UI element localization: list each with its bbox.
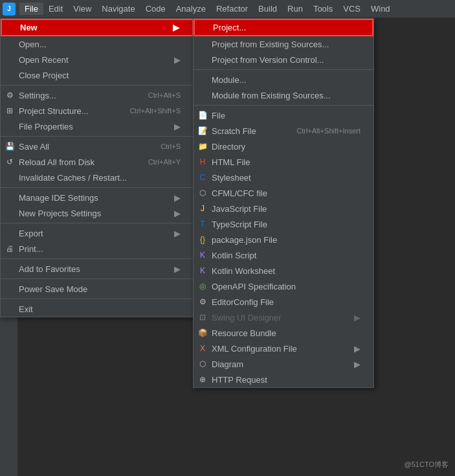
http-label: HTTP Request bbox=[212, 375, 267, 385]
menubar-code[interactable]: Code bbox=[140, 3, 171, 15]
new-submenu-editorconfig[interactable]: ⚙ EditorConfig File bbox=[194, 294, 373, 310]
new-submenu-diagram[interactable]: ⬡ Diagram ▶ bbox=[194, 356, 373, 372]
project-label: Project... bbox=[213, 23, 246, 32]
separator-1 bbox=[1, 85, 194, 85]
new-submenu-http[interactable]: ⊕ HTTP Request bbox=[194, 372, 373, 387]
new-submenu-module[interactable]: Module... bbox=[194, 72, 373, 87]
menu-item-close-project[interactable]: Close Project bbox=[1, 67, 194, 83]
resource-icon: 📦 bbox=[197, 328, 208, 338]
new-submenu-kotlin-worksheet[interactable]: K Kotlin Worksheet bbox=[194, 263, 373, 278]
menubar-tools[interactable]: Tools bbox=[308, 3, 338, 15]
diagram-arrow: ▶ bbox=[354, 359, 361, 369]
new-submenu-project-vcs[interactable]: Project from Version Control... bbox=[194, 52, 373, 67]
menubar-wind[interactable]: Wind bbox=[366, 3, 395, 15]
menu-item-exit[interactable]: Exit bbox=[1, 301, 194, 317]
menu-item-export[interactable]: Export ▶ bbox=[1, 225, 194, 241]
menu-item-file-properties[interactable]: File Properties ▶ bbox=[1, 119, 194, 134]
menubar: J File Edit View Navigate Code Analyze R… bbox=[0, 0, 455, 18]
menu-item-reload[interactable]: ↺ Reload All from Disk Ctrl+Alt+Y bbox=[1, 154, 194, 170]
open-recent-label: Open Recent bbox=[19, 55, 69, 65]
dropdown-container: New ▶ Open... Open Recent ▶ Close Projec… bbox=[0, 18, 194, 317]
settings-shortcut: Ctrl+Alt+S bbox=[135, 91, 181, 99]
new-submenu-resource[interactable]: 📦 Resource Bundle bbox=[194, 325, 373, 341]
menu-item-add-favorites[interactable]: Add to Favorites ▶ bbox=[1, 261, 194, 277]
new-submenu-package-json[interactable]: {} package.json File bbox=[194, 232, 373, 247]
module-existing-label: Module from Existing Sources... bbox=[212, 91, 331, 100]
menubar-navigate[interactable]: Navigate bbox=[96, 3, 140, 15]
editorconfig-icon: ⚙ bbox=[197, 297, 208, 307]
new-submenu-scratch[interactable]: 📝 Scratch File Ctrl+Alt+Shift+Insert bbox=[194, 123, 373, 139]
menu-item-power-save[interactable]: Power Save Mode bbox=[1, 281, 194, 297]
kotlin-worksheet-label: Kotlin Worksheet bbox=[212, 266, 275, 276]
watermark-text: @51CTO博客 bbox=[405, 460, 449, 468]
file-properties-arrow: ▶ bbox=[174, 122, 181, 131]
new-submenu: Project... Project from Existing Sources… bbox=[193, 18, 374, 388]
menu-item-new[interactable]: New ▶ bbox=[1, 19, 194, 36]
menubar-analyze[interactable]: Analyze bbox=[171, 3, 211, 15]
swing-icon: ⊡ bbox=[197, 312, 208, 323]
menubar-vcs[interactable]: VCS bbox=[338, 3, 366, 15]
new-submenu-typescript[interactable]: T TypeScript File bbox=[194, 216, 373, 232]
menu-item-open-recent[interactable]: Open Recent ▶ bbox=[1, 52, 194, 67]
typescript-label: TypeScript File bbox=[212, 220, 267, 229]
menubar-build[interactable]: Build bbox=[253, 3, 282, 15]
css-icon: C bbox=[197, 172, 208, 183]
invalidate-label: Invalidate Caches / Restart... bbox=[19, 173, 127, 183]
power-save-label: Power Save Mode bbox=[19, 284, 87, 294]
diagram-label: Diagram bbox=[212, 359, 243, 369]
new-submenu-project-existing[interactable]: Project from Existing Sources... bbox=[194, 36, 373, 52]
json-icon: {} bbox=[197, 234, 208, 245]
add-favorites-label: Add to Favorites bbox=[19, 264, 80, 274]
directory-label: Directory bbox=[212, 142, 245, 152]
menubar-refactor[interactable]: Refactor bbox=[211, 3, 253, 15]
swing-arrow: ▶ bbox=[354, 313, 361, 323]
separator-2 bbox=[1, 136, 194, 137]
html-icon: H bbox=[197, 157, 208, 167]
menubar-edit[interactable]: Edit bbox=[43, 3, 68, 15]
menu-item-save-all[interactable]: 💾 Save All Ctrl+S bbox=[1, 139, 194, 154]
menubar-file[interactable]: File bbox=[19, 3, 43, 15]
export-label: Export bbox=[19, 229, 43, 238]
close-project-label: Close Project bbox=[19, 71, 69, 80]
new-submenu-xml-config[interactable]: X XML Configuration File ▶ bbox=[194, 341, 373, 356]
menu-item-new-projects[interactable]: New Projects Settings ▶ bbox=[1, 205, 194, 221]
package-json-label: package.json File bbox=[212, 235, 277, 245]
editorconfig-label: EditorConfig File bbox=[212, 297, 274, 307]
new-submenu-directory[interactable]: 📁 Directory bbox=[194, 139, 373, 154]
new-submenu-javascript[interactable]: J JavaScript File bbox=[194, 201, 373, 216]
xml-arrow: ▶ bbox=[354, 344, 361, 354]
file-icon: 📄 bbox=[197, 110, 208, 120]
cfml-label: CFML/CFC file bbox=[212, 188, 267, 198]
new-submenu-openapi[interactable]: ◎ OpenAPI Specification bbox=[194, 278, 373, 294]
project-structure-label: Project Structure... bbox=[19, 106, 89, 116]
app-icon: J bbox=[3, 3, 16, 16]
new-submenu-html[interactable]: H HTML File bbox=[194, 154, 373, 170]
menu-item-open[interactable]: Open... bbox=[1, 36, 194, 52]
reload-icon: ↺ bbox=[5, 157, 15, 167]
scratch-label: Scratch File bbox=[212, 126, 256, 136]
new-submenu-module-existing[interactable]: Module from Existing Sources... bbox=[194, 87, 373, 103]
new-submenu-stylesheet[interactable]: C Stylesheet bbox=[194, 170, 373, 185]
resource-label: Resource Bundle bbox=[212, 328, 276, 338]
menu-item-project-structure[interactable]: ⊞ Project Structure... Ctrl+Alt+Shift+S bbox=[1, 103, 194, 119]
manage-ide-arrow: ▶ bbox=[174, 193, 181, 203]
openapi-icon: ◎ bbox=[197, 281, 208, 291]
new-submenu-file[interactable]: 📄 File bbox=[194, 108, 373, 123]
new-projects-arrow: ▶ bbox=[174, 209, 181, 218]
kotlin-worksheet-icon: K bbox=[197, 266, 208, 276]
new-submenu-project[interactable]: Project... bbox=[194, 19, 373, 36]
new-submenu-cfml[interactable]: ⬡ CFML/CFC file bbox=[194, 185, 373, 201]
menu-item-print[interactable]: 🖨 Print... bbox=[1, 241, 194, 256]
menubar-view[interactable]: View bbox=[68, 3, 96, 15]
stylesheet-label: Stylesheet bbox=[212, 173, 251, 183]
new-submenu-swing: ⊡ Swing UI Designer ▶ bbox=[194, 310, 373, 325]
new-projects-label: New Projects Settings bbox=[19, 209, 101, 218]
project-structure-shortcut: Ctrl+Alt+Shift+S bbox=[117, 107, 181, 115]
menu-item-manage-ide[interactable]: Manage IDE Settings ▶ bbox=[1, 190, 194, 205]
menu-item-settings[interactable]: ⚙ Settings... Ctrl+Alt+S bbox=[1, 87, 194, 103]
new-submenu-kotlin-script[interactable]: K Kotlin Script bbox=[194, 247, 373, 263]
menu-item-invalidate[interactable]: Invalidate Caches / Restart... bbox=[1, 170, 194, 185]
file-menu: New ▶ Open... Open Recent ▶ Close Projec… bbox=[0, 18, 194, 317]
separator-3 bbox=[1, 187, 194, 188]
menubar-run[interactable]: Run bbox=[282, 3, 308, 15]
